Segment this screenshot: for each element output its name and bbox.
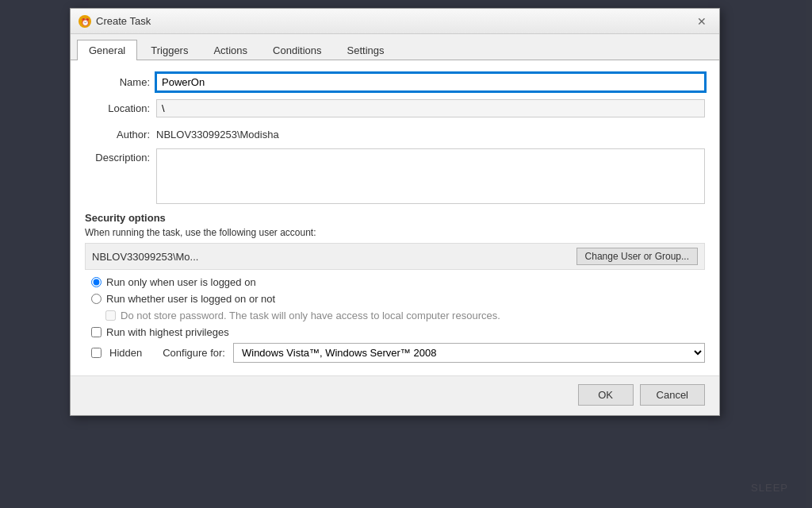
app-icon: ⏰ xyxy=(79,15,91,28)
corner-text: SLEEP xyxy=(751,482,788,494)
description-label: Description: xyxy=(85,148,156,164)
svg-text:⏰: ⏰ xyxy=(81,17,90,27)
author-row: Author: NBLOV33099253\Modisha xyxy=(85,125,705,140)
dialog-footer: OK Cancel xyxy=(71,375,719,415)
author-value: NBLOV33099253\Modisha xyxy=(156,125,705,140)
name-input[interactable] xyxy=(156,73,705,91)
hidden-checkbox[interactable] xyxy=(91,348,102,358)
dialog-title: Create Task xyxy=(96,15,151,27)
run-whether-row: Run whether user is logged on or not xyxy=(85,293,705,305)
security-account-row: NBLOV33099253\Mo... Change User or Group… xyxy=(85,243,705,270)
cancel-button[interactable]: Cancel xyxy=(640,384,705,406)
tab-general[interactable]: General xyxy=(77,40,137,60)
no-store-password-label: Do not store password. The task will onl… xyxy=(121,310,500,321)
tab-triggers[interactable]: Triggers xyxy=(139,40,200,60)
tab-settings[interactable]: Settings xyxy=(335,40,396,60)
dialog-content: Name: Location: Author: NBLOV33099253\Mo… xyxy=(71,60,719,375)
change-user-button[interactable]: Change User or Group... xyxy=(576,248,698,265)
security-header: Security options xyxy=(85,212,705,224)
tab-conditions[interactable]: Conditions xyxy=(261,40,333,60)
no-store-password-row: Do not store password. The task will onl… xyxy=(85,310,705,321)
run-whether-label: Run whether user is logged on or not xyxy=(106,293,275,305)
no-store-password-checkbox[interactable] xyxy=(105,310,116,321)
create-task-dialog: ⏰ Create Task ✕ General Triggers Actions… xyxy=(70,8,720,416)
ok-button[interactable]: OK xyxy=(578,384,634,406)
when-running-label: When running the task, use the following… xyxy=(85,227,705,238)
run-logged-on-label: Run only when user is logged on xyxy=(106,276,256,288)
location-label: Location: xyxy=(85,99,156,114)
name-label: Name: xyxy=(85,73,156,88)
location-input[interactable] xyxy=(156,99,705,117)
tab-actions[interactable]: Actions xyxy=(201,40,259,60)
configure-for-label: Configure for: xyxy=(163,347,225,359)
configure-for-select[interactable]: Windows Vista™, Windows Server™ 2008 Win… xyxy=(233,343,705,363)
close-button[interactable]: ✕ xyxy=(692,12,711,31)
titlebar-left: ⏰ Create Task xyxy=(79,15,151,28)
location-row: Location: xyxy=(85,99,705,117)
author-label: Author: xyxy=(85,125,156,140)
highest-priv-row: Run with highest privileges xyxy=(85,326,705,338)
titlebar: ⏰ Create Task ✕ xyxy=(71,9,719,34)
hidden-label: Hidden xyxy=(109,347,142,359)
run-whether-radio[interactable] xyxy=(91,294,102,304)
run-logged-on-radio[interactable] xyxy=(91,277,102,287)
tab-bar: General Triggers Actions Conditions Sett… xyxy=(71,34,719,60)
name-row: Name: xyxy=(85,73,705,91)
security-user-value: NBLOV33099253\Mo... xyxy=(92,251,570,263)
highest-privileges-checkbox[interactable] xyxy=(91,327,102,337)
description-input[interactable] xyxy=(156,148,705,204)
configure-row: Hidden Configure for: Windows Vista™, Wi… xyxy=(85,343,705,363)
highest-privileges-label: Run with highest privileges xyxy=(106,326,229,338)
description-row: Description: xyxy=(85,148,705,204)
run-logged-on-row: Run only when user is logged on xyxy=(85,276,705,288)
